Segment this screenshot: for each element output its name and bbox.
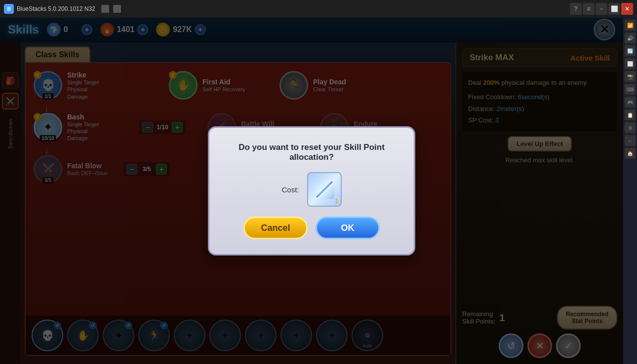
window-controls: ? ≡ − ⬜ ✕ [570,3,633,15]
sidebar-icon-4[interactable]: ⬜ [625,58,636,69]
modal-item-badge: 1 [335,197,338,205]
multi-icon[interactable] [113,5,121,13]
modal-item-icon: 1 [307,172,342,207]
menu-button[interactable]: ≡ [583,3,595,15]
reset-skill-modal: Do you want to reset your Skill Point al… [208,126,415,255]
game-area: Skills 💎 0 + 🔥 1401 + 🪙 927K + ✕ 🎒 ⚔️ Sw… [0,18,623,364]
bluestacks-logo: B [4,4,14,14]
modal-buttons: Cancel OK [243,217,380,239]
sidebar-icon-3[interactable]: 🔄 [625,45,636,56]
modal-ok-button[interactable]: OK [316,217,380,239]
sidebar-icon-6[interactable]: ⌨ [625,84,636,95]
sidebar-icon-home[interactable]: 🏠 [625,148,636,159]
sidebar-icon-5[interactable]: 📸 [625,71,636,82]
modal-cancel-button[interactable]: Cancel [243,217,308,239]
modal-message: Do you want to reset your Skill Point al… [229,143,394,162]
maximize-button[interactable]: ⬜ [608,3,620,15]
titlebar: B BlueStacks 5.0.200.1012 N32 ? ≡ − ⬜ ✕ [0,0,637,18]
modal-overlay: Do you want to reset your Skill Point al… [0,18,623,364]
minimize-button[interactable]: − [596,3,607,15]
right-sidebar: 📶 🔊 🔄 ⬜ 📸 ⌨ 🎮 📋 ⚙ ← 🏠 [623,18,637,364]
sidebar-icon-1[interactable]: 📶 [625,20,636,31]
sidebar-icon-2[interactable]: 🔊 [625,33,636,43]
modal-cost-label: Cost: [281,185,299,194]
modal-cost-row: Cost: [281,172,341,207]
app-title: BlueStacks 5.0.200.1012 N32 [17,5,95,12]
help-button[interactable]: ? [570,3,582,15]
close-button[interactable]: ✕ [621,3,633,15]
sidebar-icon-back[interactable]: ← [625,135,636,146]
home-icon[interactable] [101,5,109,13]
reset-item-svg [312,177,337,202]
titlebar-icons [101,5,121,13]
sidebar-icon-7[interactable]: 🎮 [625,97,636,108]
sidebar-icon-9[interactable]: ⚙ [625,122,636,133]
sidebar-icon-8[interactable]: 📋 [625,109,636,120]
